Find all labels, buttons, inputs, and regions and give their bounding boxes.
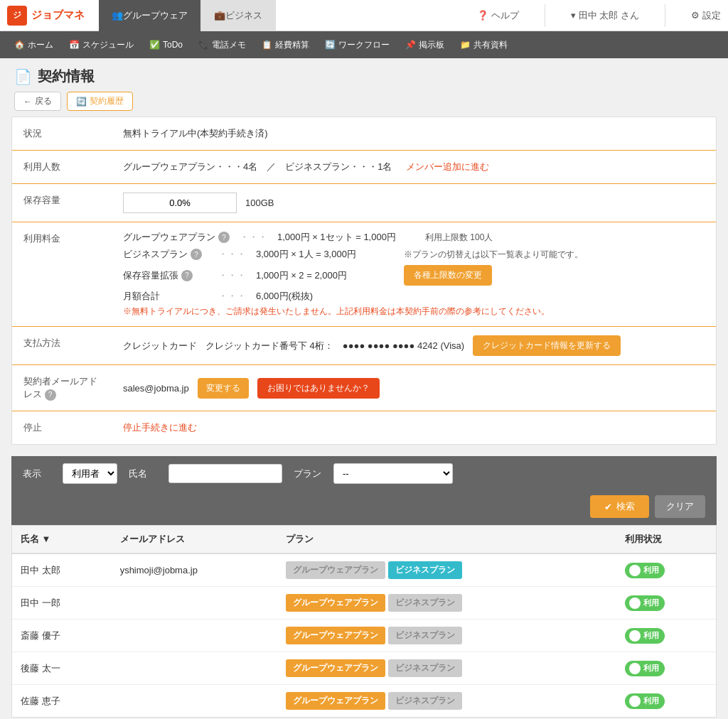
change-limits-button[interactable]: 各種上限数の変更 (404, 265, 492, 286)
cc-update-button[interactable]: クレジットカード情報を更新する (473, 335, 621, 356)
plan-storage-label: 保存容量拡張 (123, 269, 178, 282)
email-help[interactable]: ? (45, 389, 56, 401)
total-row: 月額合計 ・・・ 6,000円(税抜) (123, 290, 705, 303)
cell-email (112, 652, 278, 685)
table-header: 氏名 ▼ メールアドレス プラン 利用状況 (12, 526, 716, 553)
change-email-button[interactable]: 変更する (198, 378, 249, 399)
payment-method: クレジットカード (123, 340, 197, 352)
cell-name: 佐藤 恵子 (12, 685, 112, 718)
sidebar-item-home[interactable]: 🏠 ホーム (7, 31, 60, 58)
home-icon: 🏠 (14, 40, 25, 50)
plan-storage-help[interactable]: ? (181, 270, 193, 281)
help-red-button[interactable]: お困りではありませんか？ (257, 378, 380, 399)
fee-row: 利用料金 グループウェアプラン ? ・・・ 1,000円 × 1セット = 1,… (12, 222, 716, 327)
search-bar: 表示 利用者 全員 氏名 プラン -- グループウェアプラン ビジネスプラン ✔… (11, 456, 717, 525)
back-button[interactable]: ← 戻る (14, 92, 61, 111)
sidebar-item-schedule[interactable]: 📅 スケジュール (62, 31, 141, 58)
fee-label: 利用料金 (12, 222, 112, 327)
stop-label: 停止 (12, 411, 112, 445)
display-select[interactable]: 利用者 全員 (63, 463, 117, 484)
logo: ジ ジョブマネ (7, 6, 85, 26)
sidebar-item-workflow[interactable]: 🔄 ワークフロー (318, 31, 397, 58)
total-dots: ・・・ (218, 290, 246, 303)
search-button[interactable]: ✔ 検索 (590, 495, 649, 518)
tab-business[interactable]: 💼 ビジネス (201, 0, 276, 31)
toggle-circle (629, 598, 641, 609)
contract-info-table: 状況 無料トライアル中(本契約手続き済) 利用人数 グループウェアプラン・・・4… (12, 117, 716, 444)
fee-value: グループウェアプラン ? ・・・ 1,000円 × 1セット = 1,000円 … (112, 222, 716, 327)
expense-icon: 📋 (262, 40, 272, 50)
users-label: 利用人数 (12, 151, 112, 184)
stop-link[interactable]: 停止手続きに進む (123, 422, 197, 433)
top-bar: ジ ジョブマネ 👥 グループウェア 💼 ビジネス ❓ ヘルプ ▾ 田中 太郎 さ… (0, 0, 728, 31)
name-search-input[interactable] (168, 464, 282, 483)
total-value: 6,000円(税抜) (256, 290, 313, 303)
storage-bar: 100GB (123, 193, 705, 213)
sidebar-item-bulletin[interactable]: 📌 掲示板 (398, 31, 451, 58)
cell-status: 利用 (616, 553, 716, 587)
contract-section: 状況 無料トライアル中(本契約手続き済) 利用人数 グループウェアプラン・・・4… (11, 117, 717, 445)
cell-status: 利用 (616, 652, 716, 685)
badge-biz: ビジネスプラン (388, 627, 462, 644)
status-toggle[interactable]: 利用 (625, 661, 665, 676)
users-row: 利用人数 グループウェアプラン・・・4名 ／ ビジネスプラン・・・1名 メンバー… (12, 151, 716, 184)
badge-biz: ビジネスプラン (388, 561, 462, 579)
cell-email (112, 685, 278, 718)
plan-biz-help[interactable]: ? (191, 249, 202, 260)
shared-icon: 📁 (460, 40, 471, 50)
cell-name: 斎藤 優子 (12, 620, 112, 652)
col-status: 利用状況 (616, 526, 716, 553)
gw-note: 利用上限数 100人 (425, 232, 493, 244)
settings-link[interactable]: ⚙ 設定 (691, 9, 721, 22)
clear-button[interactable]: クリア (655, 495, 705, 518)
cell-plan: グループウェアプラン ビジネスプラン (277, 685, 616, 718)
gw-fee: 1,000円 × 1セット = 1,000円 (277, 231, 419, 244)
sidebar-item-shared[interactable]: 📁 共有資料 (453, 31, 515, 58)
cell-email (112, 620, 278, 652)
storage-label: 保存容量 (12, 184, 112, 222)
plan-biz-label: ビジネスプラン (123, 248, 188, 261)
storage-percent-input[interactable] (123, 193, 237, 213)
fee-biz-row: ビジネスプラン ? ・・・ 3,000円 × 1人 = 3,000円 ※プランの… (123, 248, 705, 261)
history-button[interactable]: 🔄 契約履歴 (67, 92, 133, 111)
sidebar-item-phone[interactable]: 📞 電話メモ (191, 31, 253, 58)
member-add-link[interactable]: メンバー追加に進む (406, 161, 489, 172)
business-icon: 💼 (214, 10, 225, 21)
status-toggle[interactable]: 利用 (625, 628, 665, 644)
storage-row: 保存容量 100GB (12, 184, 716, 222)
cell-email: yshimoji@jobma.jp (112, 553, 278, 587)
col-name[interactable]: 氏名 ▼ (12, 526, 112, 553)
badge-biz: ビジネスプラン (388, 659, 462, 677)
status-label: 状況 (12, 117, 112, 151)
plan-gw-help[interactable]: ? (218, 232, 230, 243)
gear-icon: ⚙ (691, 10, 700, 21)
table-row: 田中 太郎 yshimoji@jobma.jp グループウェアプラン ビジネスプ… (12, 553, 716, 587)
stop-row: 停止 停止手続きに進む (12, 411, 716, 445)
user-icon: ▾ (571, 10, 576, 21)
table-row: 斎藤 優子 グループウェアプラン ビジネスプラン 利用 (12, 620, 716, 652)
cell-name: 田中 一郎 (12, 587, 112, 620)
status-toggle[interactable]: 利用 (625, 693, 665, 709)
badge-biz: ビジネスプラン (388, 692, 462, 710)
toggle-circle (629, 663, 641, 674)
badge-gw: グループウェアプラン (286, 594, 385, 612)
status-toggle[interactable]: 利用 (625, 563, 665, 578)
plan-filter-label: プラン (294, 467, 322, 480)
status-toggle[interactable]: 利用 (625, 595, 665, 611)
email-row-inner: sales@jobma.jp 変更する お困りではありませんか？ (123, 378, 705, 399)
cell-email (112, 587, 278, 620)
sidebar-item-todo[interactable]: ✅ ToDo (142, 31, 190, 58)
plan-filter-select[interactable]: -- グループウェアプラン ビジネスプラン (333, 463, 453, 484)
fee-dots3: ・・・ (218, 269, 246, 282)
help-link[interactable]: ❓ ヘルプ (477, 9, 519, 22)
badge-biz: ビジネスプラン (388, 594, 462, 612)
table-row: 後藤 太一 グループウェアプラン ビジネスプラン 利用 (12, 652, 716, 685)
user-menu[interactable]: ▾ 田中 太郎 さん (571, 9, 639, 22)
workflow-icon: 🔄 (325, 40, 336, 50)
sidebar-item-expense[interactable]: 📋 経費精算 (255, 31, 316, 58)
logo-icon: ジ (7, 6, 27, 26)
search-icon: ✔ (604, 502, 612, 512)
cell-name: 田中 太郎 (12, 553, 112, 587)
tab-groupware[interactable]: 👥 グループウェア (99, 0, 201, 31)
cell-plan: グループウェアプラン ビジネスプラン (277, 652, 616, 685)
